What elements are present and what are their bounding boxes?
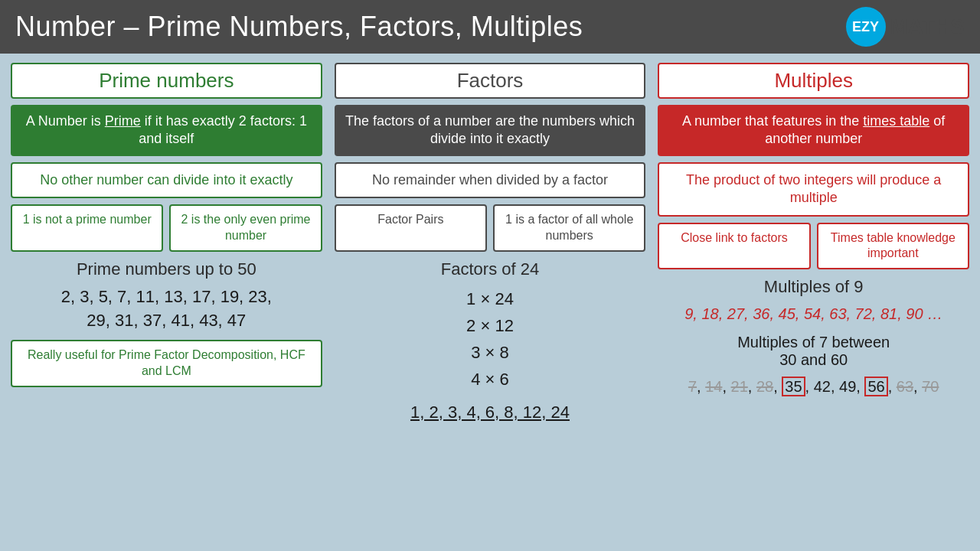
multiples-note1: The product of two integers will produce… <box>658 162 969 217</box>
main-content: Prime numbers A Number is Prime if it ha… <box>0 54 980 551</box>
factors-header: Factors <box>335 63 646 99</box>
multiples-sub2: Times table knowledge important <box>817 223 969 270</box>
prime-header: Prime numbers <box>11 63 322 99</box>
header: Number – Prime Numbers, Factors, Multipl… <box>0 0 980 54</box>
multiples-definition: A number that features in the times tabl… <box>658 105 969 156</box>
page-title: Number – Prime Numbers, Factors, Multipl… <box>15 11 583 43</box>
multiples-sub-row: Close link to factors Times table knowle… <box>658 223 969 270</box>
prime-column: Prime numbers A Number is Prime if it ha… <box>11 63 328 542</box>
prime-sub1: 1 is not a prime number <box>11 204 163 252</box>
prime-note1: No other number can divide into it exact… <box>11 162 322 198</box>
multiples-column: Multiples A number that features in the … <box>652 63 969 542</box>
factors-section-label: Factors of 24 <box>335 259 646 279</box>
prime-numbers: 2, 3, 5, 7, 11, 13, 17, 19, 23,29, 31, 3… <box>11 285 322 333</box>
logo-icon: EZY <box>846 7 886 47</box>
multiples9-list: 9, 18, 27, 36, 45, 54, 63, 72, 81, 90 … <box>658 303 969 324</box>
factors-column: Factors The factors of a number are the … <box>328 63 652 542</box>
factor-pairs-list: 1 × 24 2 × 12 3 × 8 4 × 6 <box>335 285 646 393</box>
factors-sub1: Factor Pairs <box>335 204 487 252</box>
multiples-header: Multiples <box>658 63 969 99</box>
prime-sub-row: 1 is not a prime number 2 is the only ev… <box>11 204 322 252</box>
prime-section-label: Prime numbers up to 50 <box>11 259 322 279</box>
prime-definition: A Number is Prime if it has exactly 2 fa… <box>11 105 322 156</box>
multiples-section-label: Multiples of 9 <box>658 277 969 297</box>
multiples7-label: Multiples of 7 between30 and 60 <box>658 334 969 369</box>
logo-label: MATHS <box>890 15 965 39</box>
multiples-sub1: Close link to factors <box>658 223 810 270</box>
factors-sub-row: Factor Pairs 1 is a factor of all whole … <box>335 204 646 252</box>
prime-sub2: 2 is the only even prime number <box>169 204 322 252</box>
factors-result: 1, 2, 3, 4, 6, 8, 12, 24 <box>335 403 646 422</box>
factors-sub2: 1 is a factor of all whole numbers <box>493 204 645 252</box>
multiples7-list: 7, 14, 21, 28, 35, 42, 49, 56, 63, 70 <box>658 375 969 398</box>
factors-note1: No remainder when divided by a factor <box>335 162 646 198</box>
factors-definition: The factors of a number are the numbers … <box>335 105 646 156</box>
logo-area: EZY MATHS <box>846 7 965 47</box>
prime-bottom-note: Really useful for Prime Factor Decomposi… <box>11 340 322 387</box>
